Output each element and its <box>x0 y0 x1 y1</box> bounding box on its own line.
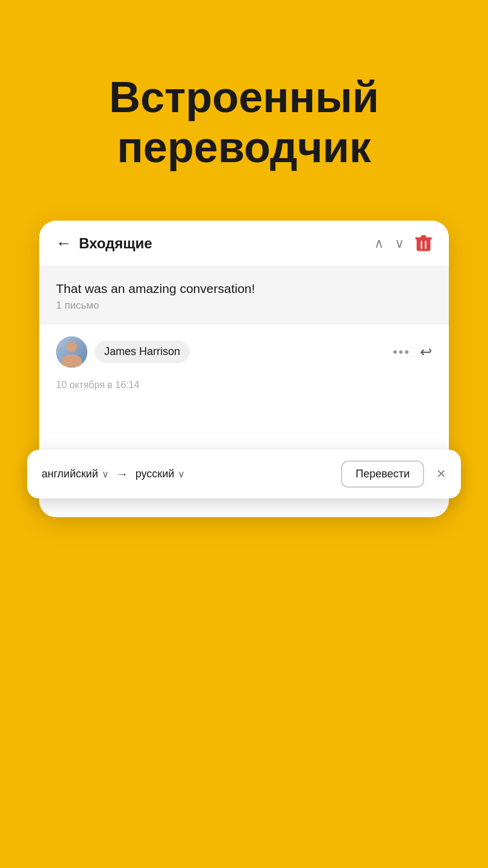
avatar <box>56 336 87 368</box>
email-sender-row: James Harrison ••• ↩ <box>39 324 449 380</box>
source-language-label: английский <box>42 468 98 480</box>
more-options-button[interactable]: ••• <box>393 344 410 360</box>
avatar-image <box>56 336 87 368</box>
sender-name: James Harrison <box>95 341 190 363</box>
header-actions: ∧ ∨ <box>374 234 432 253</box>
svg-rect-0 <box>417 237 431 251</box>
reply-button[interactable]: ↩ <box>420 344 432 360</box>
next-email-button[interactable]: ∨ <box>395 236 404 251</box>
previous-email-button[interactable]: ∧ <box>374 236 384 251</box>
phone-card-wrapper: ← Входящие ∧ ∨ That was an amazing conve… <box>39 221 449 517</box>
target-language-selector[interactable]: русский ∨ <box>136 468 186 480</box>
email-subject-row: That was an amazing conversation! 1 пись… <box>39 267 449 324</box>
svg-rect-2 <box>415 237 431 239</box>
email-subject: That was an amazing conversation! <box>56 281 432 296</box>
translate-button[interactable]: Перевести <box>341 461 424 488</box>
translation-direction-arrow: → <box>116 467 128 481</box>
email-header: ← Входящие ∧ ∨ <box>39 221 449 267</box>
source-language-chevron: ∨ <box>102 468 109 480</box>
hero-title: Встроенный переводчик <box>73 72 415 172</box>
hero-title-line2: переводчик <box>117 123 371 171</box>
email-date: 10 октября в 16:14 <box>39 380 449 401</box>
source-language-selector[interactable]: английский ∨ <box>42 468 109 480</box>
hero-title-line1: Встроенный <box>109 73 379 121</box>
delete-button[interactable] <box>415 234 432 253</box>
close-translator-button[interactable]: ✕ <box>436 467 446 481</box>
translator-bar: английский ∨ → русский ∨ Перевести ✕ <box>27 450 461 498</box>
sender-actions: ••• ↩ <box>393 344 432 360</box>
inbox-title: Входящие <box>79 235 367 252</box>
target-language-label: русский <box>136 468 175 480</box>
back-button[interactable]: ← <box>56 234 72 253</box>
target-language-chevron: ∨ <box>178 468 185 480</box>
email-count: 1 письмо <box>56 300 432 312</box>
